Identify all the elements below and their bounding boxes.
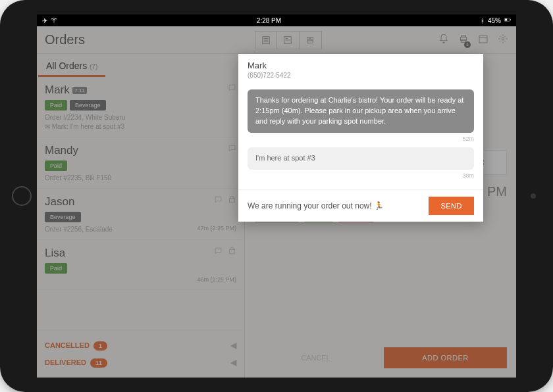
battery-text: 45%	[488, 17, 501, 24]
message-time: 52m	[248, 135, 474, 142]
home-button[interactable]	[12, 186, 32, 206]
clock: 2:28 PM	[257, 17, 281, 24]
status-bar: ✈ 2:28 PM ᚼ 45%	[37, 14, 516, 26]
airplane-icon: ✈	[42, 17, 47, 24]
message-outgoing: Thanks for ordering at Charlie's bistro!…	[248, 89, 474, 133]
message-incoming: I'm here at spot #3	[248, 147, 474, 170]
bluetooth-icon: ᚼ	[481, 17, 485, 24]
svg-rect-2	[510, 19, 511, 20]
chat-phone: (650)722-5422	[248, 72, 474, 79]
chat-input[interactable]	[248, 201, 422, 210]
chat-popover: Mark (650)722-5422 Thanks for ordering a…	[238, 54, 483, 222]
chat-name: Mark	[248, 61, 474, 70]
svg-rect-1	[505, 18, 507, 20]
battery-icon	[504, 16, 511, 24]
send-button[interactable]: SEND	[429, 197, 474, 215]
camera-dot	[531, 193, 536, 199]
message-time: 38m	[248, 172, 474, 179]
wifi-icon	[51, 16, 57, 24]
